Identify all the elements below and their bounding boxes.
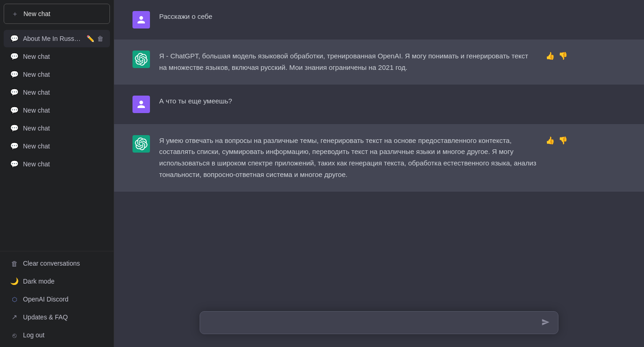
list-item[interactable]: 💬 New chat bbox=[4, 155, 110, 173]
thumbs-down-icon[interactable]: 👎 bbox=[558, 136, 568, 145]
message-feedback-actions: 👍 👎 bbox=[546, 136, 568, 145]
active-chat-label: About Me In Russian bbox=[23, 35, 82, 42]
trash-icon: 🗑 bbox=[10, 259, 18, 267]
assistant-message-text: Я - ChatGPT, большая модель языковой обр… bbox=[159, 51, 536, 74]
chat-input-wrapper bbox=[200, 311, 558, 334]
message-feedback-actions: 👍 👎 bbox=[546, 51, 568, 60]
chat-icon: 💬 bbox=[10, 124, 18, 132]
user-avatar bbox=[132, 11, 150, 28]
chat-icon: 💬 bbox=[10, 160, 18, 168]
chat-icon: 💬 bbox=[10, 70, 18, 79]
user-avatar bbox=[132, 96, 150, 113]
list-item[interactable]: 💬 New chat bbox=[4, 119, 110, 137]
conversation-list: 💬 About Me In Russian ✏️ 🗑 💬 New chat 💬 … bbox=[0, 28, 114, 251]
assistant-avatar bbox=[132, 51, 150, 68]
chat-icon: 💬 bbox=[10, 34, 18, 43]
dark-mode-button[interactable]: 🌙 Dark mode bbox=[4, 273, 110, 290]
list-item[interactable]: 💬 New chat bbox=[4, 48, 110, 65]
list-item[interactable]: 💬 New chat bbox=[4, 102, 110, 119]
new-chat-label: New chat bbox=[23, 10, 50, 17]
user-message-text: А что ты еще умеешь? bbox=[159, 96, 536, 107]
chat-input[interactable] bbox=[207, 317, 535, 328]
new-chat-button[interactable]: ＋ New chat bbox=[4, 4, 110, 24]
plus-icon: ＋ bbox=[11, 10, 19, 18]
send-button[interactable] bbox=[539, 315, 552, 329]
input-area bbox=[114, 304, 644, 347]
message-row-assistant: Я - ChatGPT, большая модель языковой обр… bbox=[114, 40, 644, 85]
assistant-avatar bbox=[132, 135, 150, 153]
edit-icon[interactable]: ✏️ bbox=[86, 35, 94, 42]
delete-icon[interactable]: 🗑 bbox=[97, 35, 104, 42]
chat-item-actions: ✏️ 🗑 bbox=[86, 35, 104, 42]
message-row-user: А что ты еще умеешь? bbox=[114, 85, 644, 124]
list-item[interactable]: 💬 New chat bbox=[4, 66, 110, 83]
discord-icon: ⬡ bbox=[10, 295, 18, 303]
moon-icon: 🌙 bbox=[10, 277, 18, 285]
list-item[interactable]: 💬 New chat bbox=[4, 137, 110, 155]
thumbs-down-icon[interactable]: 👎 bbox=[558, 51, 568, 60]
thumbs-up-icon[interactable]: 👍 bbox=[546, 51, 555, 60]
clear-conversations-button[interactable]: 🗑 Clear conversations bbox=[4, 255, 110, 272]
chat-icon: 💬 bbox=[10, 52, 18, 61]
sidebar: ＋ New chat 💬 About Me In Russian ✏️ 🗑 💬 … bbox=[0, 0, 114, 347]
logout-button[interactable]: ⎋ Log out bbox=[4, 326, 110, 344]
chat-icon: 💬 bbox=[10, 142, 18, 150]
list-item[interactable]: 💬 New chat bbox=[4, 84, 110, 101]
chat-messages: Расскажи о себе Я - ChatGPT, большая мод… bbox=[114, 0, 644, 304]
message-row-user: Расскажи о себе bbox=[114, 0, 644, 40]
updates-faq-button[interactable]: ↗ Updates & FAQ bbox=[4, 308, 110, 326]
thumbs-up-icon[interactable]: 👍 bbox=[546, 136, 555, 145]
sidebar-bottom: 🗑 Clear conversations 🌙 Dark mode ⬡ Open… bbox=[0, 251, 114, 347]
external-link-icon: ↗ bbox=[10, 313, 18, 321]
assistant-message-text: Я умею отвечать на вопросы на различные … bbox=[159, 135, 536, 181]
main-content: Расскажи о себе Я - ChatGPT, большая мод… bbox=[114, 0, 644, 347]
send-icon bbox=[541, 318, 550, 326]
logout-icon: ⎋ bbox=[10, 331, 18, 339]
user-message-text: Расскажи о себе bbox=[159, 11, 536, 23]
discord-button[interactable]: ⬡ OpenAI Discord bbox=[4, 290, 110, 308]
chat-icon: 💬 bbox=[10, 106, 18, 114]
sidebar-item-active[interactable]: 💬 About Me In Russian ✏️ 🗑 bbox=[4, 30, 110, 47]
chat-icon: 💬 bbox=[10, 88, 18, 97]
message-row-assistant: Я умею отвечать на вопросы на различные … bbox=[114, 124, 644, 192]
